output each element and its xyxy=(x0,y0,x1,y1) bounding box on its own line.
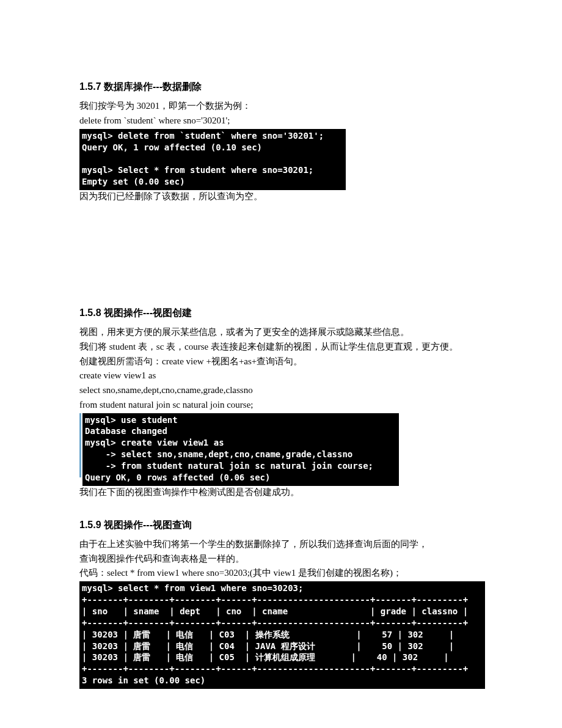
s158-text-4: create view view1 as xyxy=(79,369,483,383)
heading-159: 1.5.9 视图操作---视图查询 xyxy=(79,518,483,532)
s157-text-1: 我们按学号为 30201，即第一个数据为例： xyxy=(79,100,483,113)
terminal-block-157: mysql> delete from `student` where sno='… xyxy=(79,129,346,190)
terminal-block-159: mysql> select * from view1 where sno=302… xyxy=(79,581,485,689)
s158-text-1: 视图，用来更方便的展示某些信息，或者为了更安全的选择展示或隐藏某些信息。 xyxy=(79,326,483,339)
terminal-block-158: mysql> use student Database changed mysq… xyxy=(82,413,399,486)
s158-text-3: 创建视图所需语句：create view +视图名+as+查询语句。 xyxy=(79,355,483,369)
terminal-side-bar xyxy=(79,413,81,477)
s159-text-1: 由于在上述实验中我们将第一个学生的数据删除掉了，所以我们选择查询后面的同学， xyxy=(79,538,483,551)
heading-157: 1.5.7 数据库操作---数据删除 xyxy=(79,79,483,94)
s158-text-2: 我们将 student 表，sc 表，course 表连接起来创建新的视图，从而… xyxy=(79,340,483,354)
s159-text-2: 查询视图操作代码和查询表格是一样的。 xyxy=(79,553,483,566)
heading-158: 1.5.8 视图操作---视图创建 xyxy=(79,306,483,320)
s157-text-2: delete from `student` where sno='30201'; xyxy=(79,114,483,128)
s159-text-3: 代码：select * from view1 where sno=30203;(… xyxy=(79,567,483,580)
s157-text-3: 因为我们已经删除了该数据，所以查询为空。 xyxy=(79,190,483,204)
s158-text-6: from student natural join sc natural joi… xyxy=(79,399,483,412)
s158-text-7: 我们在下面的视图查询操作中检测试图是否创建成功。 xyxy=(79,486,483,499)
s158-text-5: select sno,sname,dept,cno,cname,grade,cl… xyxy=(79,384,483,397)
